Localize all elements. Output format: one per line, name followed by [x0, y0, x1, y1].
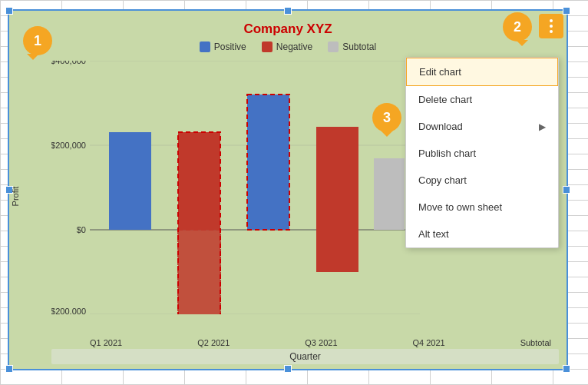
legend-color-positive: [200, 41, 210, 52]
spreadsheet-background: Company XYZ Positive Negative Subtotal P…: [0, 0, 588, 385]
bar-subtotal: [374, 158, 405, 230]
menu-item-move-to-own-sheet[interactable]: Move to own sheet: [406, 194, 558, 221]
handle-bottom-middle[interactable]: [284, 365, 292, 373]
callout-2: 2: [503, 12, 532, 41]
bar-q4-positive: [316, 127, 358, 230]
menu-item-copy-chart[interactable]: Copy chart: [406, 167, 558, 194]
bar-q2-top: [178, 132, 220, 230]
chart-container: Company XYZ Positive Negative Subtotal P…: [8, 9, 568, 370]
chart-svg: $400,000 $200,000 $0 -$200,000: [51, 61, 428, 314]
svg-text:-$200,000: -$200,000: [51, 307, 86, 314]
menu-item-download[interactable]: Download ▶: [406, 113, 558, 140]
x-label-q1: Q1 2021: [90, 338, 122, 347]
menu-item-alt-text[interactable]: Alt text: [406, 221, 558, 247]
x-axis-title: Quarter: [51, 349, 559, 364]
x-label-subtotal: Subtotal: [520, 338, 551, 347]
menu-item-edit-chart[interactable]: Edit chart: [406, 58, 558, 86]
legend-label-positive: Positive: [214, 41, 246, 52]
handle-bottom-right[interactable]: [563, 365, 570, 373]
svg-text:$200,000: $200,000: [51, 141, 86, 150]
x-axis-labels: Q1 2021 Q2 2021 Q3 2021 Q4 2021 Subtotal: [90, 338, 551, 347]
y-axis-title: Profit: [11, 187, 20, 207]
legend-item-positive: Positive: [200, 41, 246, 52]
context-menu: Edit chart Delete chart Download ▶ Publi…: [405, 57, 559, 248]
x-label-q3: Q3 2021: [305, 338, 337, 347]
legend-label-negative: Negative: [276, 41, 312, 52]
bar-q4-negative: [316, 230, 358, 272]
bar-q1-positive: [109, 132, 151, 230]
x-label-q4: Q4 2021: [412, 338, 444, 347]
handle-top-middle[interactable]: [284, 7, 292, 15]
three-dots-icon: [550, 19, 553, 33]
legend-item-subtotal: Subtotal: [328, 41, 376, 52]
handle-middle-right[interactable]: [563, 186, 570, 194]
svg-text:$0: $0: [77, 225, 86, 234]
legend-color-negative: [262, 41, 273, 52]
legend-color-subtotal: [328, 41, 339, 52]
callout-3: 3: [372, 103, 401, 132]
svg-text:$400,000: $400,000: [51, 61, 86, 65]
chart-legend: Positive Negative Subtotal: [9, 41, 567, 52]
legend-label-subtotal: Subtotal: [342, 41, 376, 52]
handle-bottom-left[interactable]: [5, 365, 13, 373]
handle-top-right[interactable]: [563, 7, 570, 15]
bar-q3-positive: [247, 95, 289, 230]
menu-item-publish-chart[interactable]: Publish chart: [406, 140, 558, 167]
bar-q2-negative: [178, 230, 220, 314]
handle-top-left[interactable]: [5, 7, 13, 15]
legend-item-negative: Negative: [262, 41, 312, 52]
chart-title: Company XYZ: [9, 22, 567, 37]
three-dot-menu-button[interactable]: [539, 14, 563, 38]
menu-item-delete-chart[interactable]: Delete chart: [406, 86, 558, 113]
x-label-q2: Q2 2021: [197, 338, 230, 347]
download-arrow-icon: ▶: [539, 121, 546, 132]
callout-1: 1: [23, 26, 52, 55]
